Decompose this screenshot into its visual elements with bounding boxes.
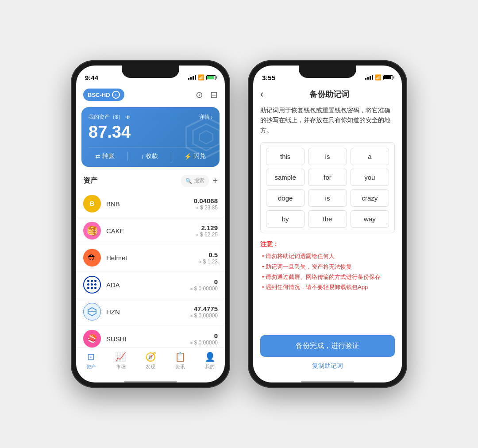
eye-icon[interactable]: 👁: [125, 114, 131, 120]
nav-discover-icon: 🧭: [145, 351, 156, 362]
sushi-icon: 🍣: [83, 330, 101, 348]
list-item[interactable]: 🥞 CAKE 2.129 ≈ $ 62.25: [76, 217, 225, 244]
home-indicator: [124, 381, 177, 382]
svg-marker-2: [200, 131, 213, 144]
note-item: • 助记词一旦丢失，资产将无法恢复: [260, 262, 395, 272]
asset-card: 我的资产（$） 👁 详情 › 87.34 ⇄ 转账: [81, 107, 220, 167]
coin-name-sushi: SUSHI: [106, 335, 190, 343]
helmet-icon: ⛑: [83, 249, 101, 266]
mnemonic-word: is: [308, 148, 347, 165]
notch: [122, 66, 179, 78]
copy-mnemonic-link[interactable]: 复制助记词: [260, 362, 395, 370]
coin-values-ada: 0 ≈ $ 0.00000: [190, 278, 218, 292]
bottom-nav: ⊡ 资产 📈 市场 🧭 发现 📋 资讯: [76, 348, 225, 379]
list-item[interactable]: B BNB 0.04068 ≈ $ 23.85: [76, 190, 225, 217]
home-indicator-2: [301, 381, 354, 382]
svg-marker-1: [193, 124, 220, 151]
list-item[interactable]: HZN 47.4775 ≈ $ 0.00000: [76, 298, 225, 325]
mnemonic-word: doge: [266, 189, 305, 207]
notch-2: [299, 66, 356, 78]
coin-name-bnb: BNB: [106, 200, 194, 208]
backup-footer: 备份完成，进行验证 复制助记词: [253, 330, 402, 379]
list-item[interactable]: 🍣 SUSHI 0 ≈ $ 0.00000: [76, 325, 225, 348]
assets-title: 资产: [83, 176, 97, 185]
add-asset-button[interactable]: +: [212, 176, 218, 186]
mnemonic-word: this: [266, 148, 305, 165]
cake-icon: 🥞: [83, 222, 101, 239]
mnemonic-word: is: [308, 189, 347, 207]
receive-button[interactable]: ↓ 收款: [141, 152, 158, 161]
camera-icon[interactable]: ⊙: [196, 89, 203, 100]
mnemonic-word: for: [308, 169, 347, 186]
scan-icon[interactable]: ⊟: [210, 89, 218, 100]
receive-icon: ↓: [141, 153, 144, 160]
coin-values-hzn: 47.4775 ≈ $ 0.00000: [190, 305, 218, 319]
time-1: 9:44: [85, 74, 98, 81]
nav-profile-icon: 👤: [204, 351, 216, 362]
card-bg-icon: [184, 115, 220, 159]
coin-name-ada: ADA: [106, 281, 190, 289]
asset-top-row: 我的资产（$） 👁 详情 ›: [89, 113, 212, 121]
coin-values-sushi: 0 ≈ $ 0.00000: [190, 332, 218, 346]
mnemonic-word: you: [351, 169, 389, 186]
nav-profile[interactable]: 👤 我的: [195, 351, 225, 370]
nav-assets-icon: ⊡: [87, 351, 95, 362]
asset-label: 我的资产（$） 👁: [89, 113, 131, 121]
nav-assets[interactable]: ⊡ 资产: [76, 351, 106, 370]
battery-icon: [206, 75, 216, 80]
assets-section-header: 资产 🔍 搜索 +: [76, 170, 225, 190]
wallet-header: BSC-HD › ⊙ ⊟: [76, 85, 225, 104]
coin-values-helmet: 0.5 ≈ $ 1.23: [199, 251, 218, 265]
signal-icon-2: [365, 75, 373, 80]
back-button[interactable]: ‹: [260, 89, 263, 100]
time-2: 3:55: [262, 74, 275, 81]
asset-list: B BNB 0.04068 ≈ $ 23.85 🥞 CAKE 2.129: [76, 190, 225, 348]
detail-link[interactable]: 详情 ›: [199, 113, 212, 121]
notes-section: 注意： • 请勿将助记词透露给任何人 • 助记词一旦丢失，资产将无法恢复 • 请…: [260, 240, 395, 293]
svg-marker-0: [186, 117, 220, 157]
notes-title: 注意：: [260, 240, 395, 248]
detail-arrow-icon: ›: [211, 114, 212, 120]
hzn-icon: [83, 303, 101, 321]
divider-1: [127, 152, 128, 161]
bnb-icon: B: [83, 195, 101, 212]
coin-name-hzn: HZN: [106, 308, 190, 316]
note-item: • 遇到任何情况，请不要轻易卸载钱包App: [260, 282, 395, 292]
bsc-badge[interactable]: BSC-HD ›: [83, 89, 124, 101]
coin-values-cake: 2.129 ≈ $ 62.25: [196, 224, 218, 238]
phone-backup: 3:55 📶 ‹: [248, 60, 407, 388]
nav-market[interactable]: 📈 市场: [106, 351, 135, 370]
coin-name-helmet: Helmet: [106, 254, 199, 262]
backup-title: 备份助记词: [263, 89, 395, 100]
wifi-icon-2: 📶: [375, 74, 382, 81]
transfer-button[interactable]: ⇄ 转账: [95, 152, 115, 161]
nav-discover[interactable]: 🧭 发现: [135, 351, 165, 370]
wifi-icon: 📶: [198, 74, 204, 81]
search-add-group: 🔍 搜索 +: [181, 175, 218, 187]
nav-news[interactable]: 📋 资讯: [166, 351, 195, 370]
mnemonic-word: crazy: [351, 189, 389, 207]
backup-body: 助记词用于恢复钱包或重置钱包密码，将它准确的抄写在纸上，并存放在只有你知道的安全…: [253, 105, 402, 330]
list-item[interactable]: ADA 0 ≈ $ 0.00000: [76, 271, 225, 298]
status-icons-1: 📶: [188, 74, 216, 81]
backup-verify-button[interactable]: 备份完成，进行验证: [260, 335, 395, 357]
battery-icon-2: [383, 75, 393, 80]
divider-2: [171, 152, 171, 161]
backup-description: 助记词用于恢复钱包或重置钱包密码，将它准确的抄写在纸上，并存放在只有你知道的安全…: [260, 105, 395, 135]
nav-news-icon: 📋: [175, 351, 186, 362]
phone-wallet: 9:44 📶: [71, 60, 230, 388]
mnemonic-word: sample: [266, 169, 305, 186]
bsc-arrow-icon: ›: [112, 91, 120, 99]
mnemonic-word: way: [351, 210, 389, 228]
mnemonic-grid: this is a sample for you doge is crazy b…: [260, 142, 395, 233]
signal-icon: [188, 75, 196, 80]
mnemonic-word: the: [308, 210, 347, 228]
note-item: • 请勿通过截屏、网络传输的方式进行备份保存: [260, 272, 395, 282]
coin-name-cake: CAKE: [106, 227, 196, 235]
list-item[interactable]: ⛑ Helmet 0.5 ≈ $ 1.23: [76, 244, 225, 271]
ada-icon: [83, 276, 101, 294]
coin-values-bnb: 0.04068 ≈ $ 23.85: [194, 197, 218, 211]
search-input[interactable]: 🔍 搜索: [181, 175, 209, 187]
backup-header: ‹ 备份助记词: [253, 85, 402, 105]
note-item: • 请勿将助记词透露给任何人: [260, 251, 395, 261]
